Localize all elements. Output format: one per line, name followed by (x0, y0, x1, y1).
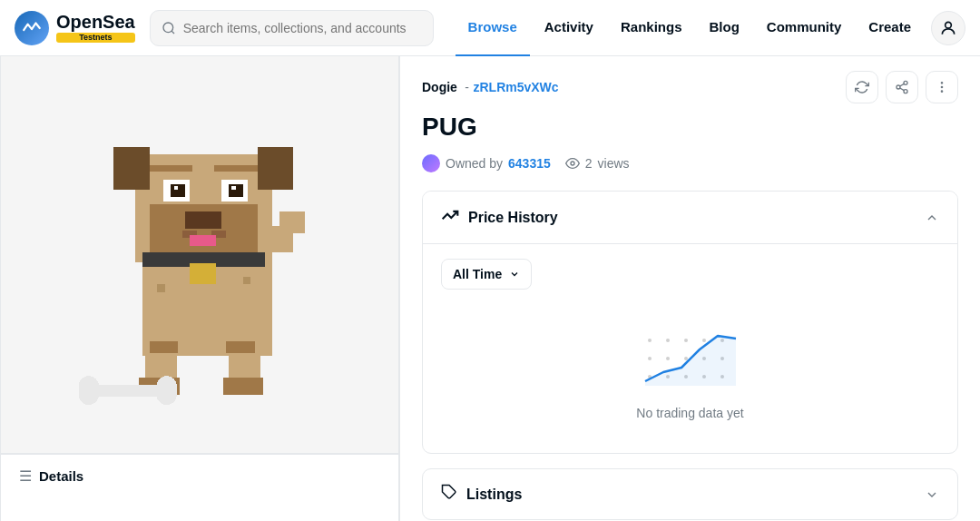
views-count: 2 (585, 156, 593, 171)
refresh-icon (855, 80, 869, 94)
svg-rect-16 (190, 234, 216, 246)
svg-rect-18 (214, 165, 258, 171)
navbar: OpenSea Testnets Browse Activity Ranking… (0, 0, 980, 56)
owner-avatar (422, 154, 440, 172)
tag-icon (441, 484, 457, 505)
svg-rect-17 (149, 165, 192, 171)
listings-section[interactable]: Listings (422, 468, 958, 520)
svg-point-37 (897, 85, 900, 89)
svg-point-42 (941, 86, 942, 87)
more-options-button[interactable] (926, 71, 958, 103)
views-info: 2 views (565, 156, 630, 171)
svg-rect-5 (258, 146, 294, 190)
svg-rect-13 (185, 211, 221, 229)
svg-rect-34 (149, 341, 178, 353)
logo-icon (15, 11, 49, 45)
svg-line-40 (900, 84, 905, 86)
svg-point-1 (946, 22, 952, 28)
collection-name[interactable]: Dogie (422, 80, 457, 94)
svg-rect-31 (159, 378, 173, 401)
svg-point-46 (666, 339, 670, 342)
svg-point-52 (684, 357, 688, 360)
share-button[interactable] (886, 71, 918, 103)
search-bar[interactable] (150, 10, 434, 46)
svg-rect-26 (222, 378, 262, 395)
account-icon (939, 19, 957, 37)
price-history-label: Price History (468, 210, 558, 226)
svg-rect-35 (226, 341, 255, 353)
action-icons (846, 71, 958, 103)
nft-image-container (1, 56, 398, 454)
svg-rect-30 (82, 378, 96, 401)
owner-row: Owned by 643315 2 views (422, 154, 958, 172)
left-panel: ☰ Details (0, 56, 399, 521)
chevron-up-icon (925, 211, 939, 225)
search-icon (162, 21, 176, 35)
svg-point-45 (648, 339, 652, 342)
svg-point-41 (941, 83, 942, 84)
chart-icon (441, 206, 459, 229)
svg-rect-22 (279, 211, 305, 233)
account-button[interactable] (931, 11, 965, 45)
logo-link[interactable]: OpenSea Testnets (15, 11, 135, 45)
chart-placeholder: No trading data yet (441, 304, 939, 438)
search-input[interactable] (183, 21, 422, 35)
nft-title: PUG (422, 113, 958, 142)
nav-browse[interactable]: Browse (456, 0, 530, 56)
time-filter-label: All Time (453, 267, 502, 281)
eye-icon (565, 156, 580, 171)
ellipsis-icon (935, 80, 949, 94)
nav-links: Browse Activity Rankings Blog Community … (456, 0, 924, 56)
svg-rect-11 (173, 185, 178, 190)
listings-label: Listings (466, 487, 522, 503)
details-icon: ☰ (19, 467, 32, 485)
svg-point-43 (941, 91, 942, 92)
chevron-down-icon-listings (925, 487, 939, 502)
time-filter-select[interactable]: All Time (441, 259, 532, 290)
owner-id-link[interactable]: 643315 (508, 156, 551, 171)
svg-point-48 (702, 339, 706, 342)
nav-community[interactable]: Community (754, 0, 855, 56)
main-content: ☰ Details Dogie - zRLRm5vXWc (0, 56, 980, 521)
details-label: Details (39, 468, 83, 484)
no-data-text: No trading data yet (636, 406, 743, 420)
nav-create[interactable]: Create (856, 0, 924, 56)
price-history-body: All Time (423, 243, 957, 453)
details-section[interactable]: ☰ Details (1, 454, 398, 497)
views-label: views (598, 156, 630, 171)
price-history-card: Price History All Time (422, 191, 958, 454)
svg-point-51 (666, 357, 670, 360)
svg-marker-60 (645, 336, 736, 386)
logo-badge: Testnets (56, 33, 135, 43)
nav-rankings[interactable]: Rankings (608, 0, 695, 56)
svg-point-38 (904, 90, 907, 93)
price-history-header-left: Price History (441, 206, 558, 229)
refresh-button[interactable] (846, 71, 878, 103)
owned-by-label: Owned by (446, 156, 503, 171)
nav-activity[interactable]: Activity (532, 0, 606, 56)
nft-image (41, 96, 358, 414)
svg-rect-12 (231, 185, 236, 190)
svg-point-44 (571, 162, 574, 165)
svg-point-50 (648, 357, 652, 360)
listings-left: Listings (441, 484, 522, 505)
collection-id-link[interactable]: zRLRm5vXWc (473, 80, 558, 94)
nav-blog[interactable]: Blog (696, 0, 751, 56)
collection-info: Dogie - zRLRm5vXWc (422, 79, 559, 95)
empty-chart-graphic (641, 322, 740, 395)
logo-text: OpenSea (56, 13, 135, 31)
svg-rect-20 (190, 263, 216, 283)
price-history-header[interactable]: Price History (423, 192, 957, 243)
svg-point-36 (904, 81, 907, 84)
share-icon (895, 80, 909, 94)
svg-point-0 (163, 23, 173, 33)
right-panel: Dogie - zRLRm5vXWc (399, 56, 980, 521)
svg-rect-32 (156, 283, 165, 292)
owner-info: Owned by 643315 (422, 154, 551, 172)
chevron-down-icon (509, 269, 520, 280)
svg-point-47 (684, 339, 688, 342)
content-grid: ☰ Details Dogie - zRLRm5vXWc (0, 56, 980, 521)
svg-line-39 (900, 88, 905, 91)
svg-rect-4 (113, 146, 150, 190)
svg-rect-33 (243, 276, 250, 283)
